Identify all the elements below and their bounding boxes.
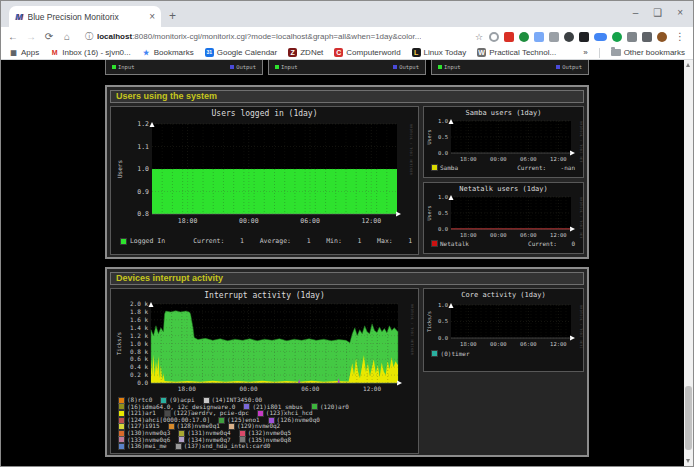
- output-legend-label: Output: [562, 64, 582, 70]
- legend-swatch: [179, 431, 184, 436]
- legend-label: Samba: [440, 164, 458, 171]
- page-info-icon[interactable]: ⓘ: [85, 31, 93, 42]
- core-activity-graph-panel[interactable]: Core activity (1day) 0.00.51.018:0000:00…: [423, 288, 584, 372]
- svg-text:00:00: 00:00: [239, 217, 259, 225]
- back-icon[interactable]: ←: [7, 31, 19, 42]
- bookmark-item[interactable]: ZZDNet: [288, 48, 323, 57]
- bookmark-item[interactable]: ▦Apps: [9, 48, 39, 57]
- bookmark-item[interactable]: MInbox (16) - sjvn0...: [50, 48, 130, 57]
- url-field[interactable]: ⓘ localhost:8080/monitorix-cgi/monitorix…: [79, 30, 469, 44]
- samba-users-title: Samba users (1day): [466, 109, 542, 117]
- cutoff-graph-panel[interactable]: Input Output: [105, 60, 263, 75]
- svg-text:12:00: 12:00: [363, 385, 381, 392]
- bookmark-item[interactable]: 31Google Calendar: [205, 48, 277, 57]
- legend-swatch: [432, 165, 437, 170]
- svg-text:18:00: 18:00: [178, 385, 196, 392]
- cutoff-graph-panel[interactable]: Input Output: [431, 60, 589, 75]
- window-controls: – ❑ ×: [633, 6, 683, 20]
- interrupt-activity-graph-panel[interactable]: Interrupt activity (1day) 0.00.2 k0.4 k0…: [110, 288, 419, 454]
- legend-swatch: [119, 404, 124, 409]
- search-extension-icon[interactable]: [489, 32, 499, 42]
- output-legend-swatch: [393, 65, 397, 69]
- users-logged-in-graph-panel[interactable]: Users logged in (1day) 0.80.91.01.11.218…: [110, 106, 419, 255]
- cutoff-graph-panel[interactable]: Input Output: [268, 60, 426, 75]
- svg-text:12:00: 12:00: [550, 156, 567, 162]
- bookmark-item[interactable]: LLinux Today: [412, 48, 467, 57]
- interrupt-activity-chart[interactable]: 0.00.2 k0.4 k0.6 k0.8 k1.0 k1.2 k1.4 k1.…: [115, 300, 414, 395]
- svg-text:Users: Users: [116, 160, 123, 178]
- scrollbar[interactable]: [684, 60, 693, 466]
- netatalk-users-chart[interactable]: 0.00.51.018:0000:0006:0012:00UsersRRDTOO…: [425, 193, 583, 239]
- input-legend-label: Input: [281, 64, 298, 70]
- new-tab-button[interactable]: +: [169, 9, 176, 23]
- headphones-extension-icon[interactable]: [564, 32, 574, 42]
- bookmark-label: Inbox (16) - sjvn0...: [62, 48, 130, 57]
- browser-tab[interactable]: M Blue Precision Monitorix ×: [9, 6, 161, 27]
- svg-text:06:00: 06:00: [520, 341, 537, 347]
- scrollbar-thumb[interactable]: [685, 386, 692, 450]
- other-bookmarks-label: Other bookmarks: [624, 48, 685, 57]
- svg-text:12:00: 12:00: [361, 217, 381, 225]
- bookmark-item[interactable]: CComputerworld: [334, 48, 400, 57]
- page-content: Input Output Input Output Input Output U…: [1, 60, 693, 466]
- svg-text:0.5: 0.5: [438, 210, 448, 216]
- input-legend-swatch: [438, 65, 442, 69]
- green-orb-extension-icon[interactable]: [519, 32, 529, 42]
- svg-text:1.0: 1.0: [438, 194, 448, 200]
- scroll-up-icon[interactable]: [686, 63, 690, 67]
- core-activity-legend: (0)timer: [424, 350, 583, 357]
- green-badge-extension-icon[interactable]: [612, 32, 622, 42]
- close-button[interactable]: ×: [677, 6, 683, 20]
- section-interrupts: Devices interrupt activity Interrupt act…: [105, 267, 589, 457]
- forward-icon[interactable]: →: [25, 31, 37, 42]
- svg-text:1.2 k: 1.2 k: [130, 332, 148, 339]
- svg-text:06:00: 06:00: [520, 156, 537, 162]
- legend-line: (136)mei_me(137)snd_hda_intel:card0: [119, 443, 418, 450]
- bookmark-item[interactable]: ★Bookmarks: [142, 48, 194, 57]
- mail-extension-icon[interactable]: [504, 32, 514, 42]
- svg-text:06:00: 06:00: [520, 232, 537, 238]
- tab-list-extension-icon[interactable]: [642, 32, 652, 42]
- other-bookmarks-button[interactable]: Other bookmarks: [611, 48, 685, 57]
- pages-extension-icon[interactable]: [534, 32, 544, 42]
- maximize-button[interactable]: ❑: [653, 6, 662, 20]
- puzzle-extensions-icon[interactable]: [627, 32, 637, 42]
- wordpress-icon: W: [477, 48, 486, 57]
- url-path: :8080/monitorix-cgi/monitorix.cgi?mode=l…: [132, 32, 421, 41]
- samba-users-chart[interactable]: 0.00.51.018:0000:0006:0012:00UsersRRDTOO…: [425, 117, 583, 163]
- dark-square-extension-icon[interactable]: [579, 32, 589, 42]
- core-activity-chart[interactable]: 0.00.51.018:0000:0006:0012:00Ticks/sRRDT…: [425, 299, 583, 349]
- svg-text:0.8: 0.8: [137, 210, 149, 218]
- blue-pill-extension-icon[interactable]: [594, 33, 607, 41]
- gray-box-extension-icon[interactable]: [549, 32, 559, 42]
- svg-text:RRDTOOL / TOBI OETIKER: RRDTOOL / TOBI OETIKER: [410, 304, 414, 355]
- bookmark-label: Apps: [21, 48, 39, 57]
- users-logged-in-chart[interactable]: 0.80.91.01.11.218:0000:0006:0012:00Users…: [116, 118, 413, 228]
- legend-item: (137)snd_hda_intel:card0: [176, 443, 271, 450]
- input-legend-label: Input: [444, 64, 461, 70]
- legend-swatch: [119, 437, 124, 442]
- bookmark-star-icon[interactable]: ☆: [475, 32, 483, 42]
- extension-icons-row: [489, 32, 667, 42]
- svg-text:00:00: 00:00: [490, 156, 507, 162]
- svg-text:00:00: 00:00: [490, 232, 507, 238]
- legend-swatch: [119, 424, 124, 429]
- samba-users-graph-panel[interactable]: Samba users (1day) 0.00.51.018:0000:0006…: [423, 106, 584, 178]
- netatalk-users-graph-panel[interactable]: Netatalk users (1day) 0.00.51.018:0000:0…: [423, 182, 584, 254]
- reload-icon[interactable]: ⟳: [43, 31, 55, 42]
- bookmark-item[interactable]: WPractical Technol...: [477, 48, 556, 57]
- svg-text:RRDTOOL / TOBI OETIKER: RRDTOOL / TOBI OETIKER: [579, 197, 583, 239]
- interrupt-activity-title: Interrupt activity (1day): [204, 291, 324, 300]
- minimize-button[interactable]: –: [633, 6, 639, 20]
- tab-close-icon[interactable]: ×: [149, 11, 155, 22]
- input-legend-swatch: [112, 65, 116, 69]
- profile-avatar[interactable]: [657, 32, 667, 42]
- home-icon[interactable]: ⌂: [61, 31, 73, 42]
- svg-text:Users: Users: [426, 129, 432, 144]
- svg-text:0.0: 0.0: [438, 335, 448, 341]
- scroll-down-icon[interactable]: [686, 459, 690, 463]
- bookmarks-overflow-icon[interactable]: »: [583, 48, 587, 57]
- bookmark-label: ZDNet: [300, 48, 323, 57]
- section-interrupts-header: Devices interrupt activity: [110, 272, 584, 285]
- chrome-menu-icon[interactable]: ⋮: [673, 31, 687, 42]
